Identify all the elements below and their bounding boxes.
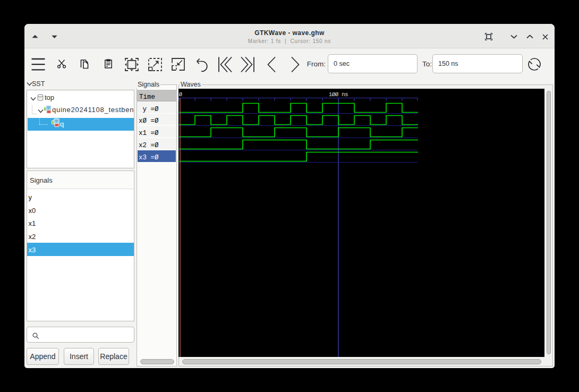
svg-text:1ØØ ns: 1ØØ ns — [329, 91, 348, 98]
svg-text:Ø: Ø — [179, 91, 183, 98]
